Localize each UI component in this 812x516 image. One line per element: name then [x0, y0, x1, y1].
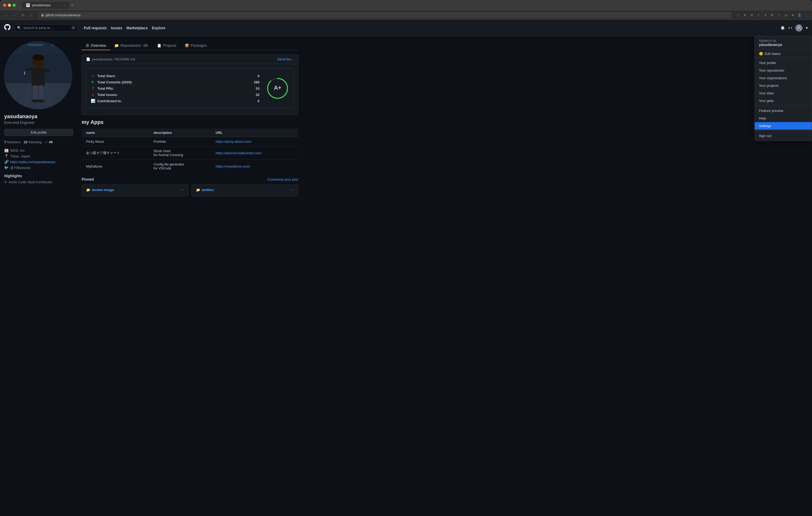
- nav-marketplace[interactable]: Marketplace: [126, 26, 148, 30]
- twitter-icon: 🐦: [4, 165, 9, 170]
- pinned-item-0[interactable]: 📁 docker-image ⋯: [82, 185, 188, 196]
- create-new-icon[interactable]: + ▾: [788, 26, 792, 30]
- dropdown-your-profile[interactable]: Your profile: [755, 59, 812, 67]
- caret-down-icon[interactable]: ▾: [806, 25, 808, 30]
- app-url-1[interactable]: https://atumori-kabuchart.com/: [211, 146, 298, 160]
- profile-content: ☰ Overview 📁 Repositories 18 📋 Projects …: [78, 36, 302, 516]
- dropdown-sign-out[interactable]: Sign out: [755, 132, 812, 140]
- nav-explore[interactable]: Explore: [152, 26, 165, 30]
- more-options-icon[interactable]: ⋮: [804, 12, 809, 18]
- extension-icon-10[interactable]: 👤: [797, 12, 802, 18]
- toolbar-actions: ☆ ▼ ⚙ ƒ A W 7 ◎ ★ 👤 ⋮: [735, 12, 809, 18]
- emoji-icon: 😊: [759, 52, 763, 56]
- dropdown-feature-preview[interactable]: Feature preview: [755, 107, 812, 115]
- dropdown-your-repositories[interactable]: Your repositories: [755, 67, 812, 74]
- extension-icon-5[interactable]: W: [770, 12, 775, 18]
- highlight-text: Arctic Code Vault Contributor: [9, 180, 52, 184]
- close-button[interactable]: [3, 4, 6, 7]
- location-icon: 📍: [4, 154, 9, 158]
- tab-title: yasudanaoya: [32, 3, 51, 7]
- profile-avatar: 🎳: [4, 41, 72, 109]
- forward-button[interactable]: ›: [11, 12, 18, 18]
- edit-status-item[interactable]: 😊 Edit status: [755, 50, 812, 58]
- contributed-row: 📊 Contributed to: 0: [90, 98, 262, 104]
- address-bar[interactable]: 🔒 github.com/yasudanaoya: [39, 12, 731, 18]
- nav-issues[interactable]: Issues: [111, 26, 122, 30]
- pinned-grid: 📁 docker-image ⋯ 📁 dotfiles ⋯: [82, 185, 298, 196]
- minimize-button[interactable]: [8, 4, 11, 7]
- tab-overview[interactable]: ☰ Overview: [82, 41, 110, 50]
- home-button[interactable]: ⌂: [28, 12, 34, 18]
- apps-col-name: name: [82, 129, 150, 137]
- profile-company: 🏢 WED, Inc.: [4, 148, 73, 152]
- refresh-button[interactable]: ↻: [20, 12, 26, 18]
- edit-profile-button[interactable]: Edit profile: [4, 129, 73, 136]
- extension-icon-4[interactable]: A: [763, 12, 768, 18]
- tab-repositories[interactable]: 📁 Repositories 18: [110, 41, 153, 50]
- extension-icon-1[interactable]: ▼: [743, 12, 748, 18]
- new-tab-button[interactable]: +: [69, 2, 75, 8]
- user-avatar-button[interactable]: [795, 24, 803, 32]
- extension-icon-8[interactable]: ◎: [783, 12, 788, 18]
- readme-path: 📄 yasudanaoya / README.md: [86, 57, 135, 61]
- pinned-repo-name-1: dotfiles: [202, 188, 214, 192]
- customize-pins-link[interactable]: Customize your pins: [267, 178, 298, 181]
- stars-count[interactable]: 49: [49, 140, 53, 144]
- total-stars-row: ☆ Total Stars: 0: [90, 73, 262, 79]
- signout-section: Sign out: [755, 131, 812, 141]
- followers-count[interactable]: 7: [4, 140, 6, 144]
- overview-tab-label: Overview: [91, 43, 106, 48]
- maximize-button[interactable]: [12, 4, 16, 7]
- profile-meta: 🏢 WED, Inc. 📍 Tokyo, Japan 🔗 https://qii…: [4, 148, 73, 170]
- total-issues-label: Total Issues:: [97, 93, 118, 97]
- notifications-icon[interactable]: [781, 26, 785, 30]
- contributed-label: Contributed to:: [97, 99, 122, 103]
- extension-icon-7[interactable]: 7: [776, 12, 782, 18]
- extension-icon-9[interactable]: ★: [790, 12, 795, 18]
- profile-section: Your profile Your repositories Your orga…: [755, 58, 812, 106]
- browser-tab[interactable]: yasudanaoya ×: [22, 2, 69, 9]
- book-icon: 📄: [86, 57, 90, 61]
- pinned-item-1[interactable]: 📁 dotfiles ⋯: [192, 185, 298, 196]
- total-prs-row: ⤴ Total PRs: 53: [90, 85, 262, 91]
- tab-packages[interactable]: 📦 Packages: [180, 41, 211, 50]
- total-issues-row: ⚠ Total Issues: 32: [90, 91, 262, 98]
- readme-card: 📄 yasudanaoya / README.md Send fee... ☆ …: [82, 54, 298, 115]
- nav-pull-requests[interactable]: Pull requests: [84, 26, 107, 30]
- tab-favicon: [26, 3, 30, 7]
- app-link-2[interactable]: https://myeditune.com/: [215, 164, 250, 168]
- tab-close-button[interactable]: ×: [63, 4, 65, 7]
- profile-location: 📍 Tokyo, Japan: [4, 154, 73, 158]
- table-row: Picky About Portfolio https://picky-abou…: [82, 137, 298, 146]
- app-link-0[interactable]: https://picky-about.com/: [215, 140, 252, 144]
- app-desc-2: Config file generatorfor VSCode: [149, 160, 211, 173]
- dropdown-help[interactable]: Help: [755, 115, 812, 122]
- following-count[interactable]: 10: [24, 140, 27, 144]
- pinned-title: Pinned: [82, 177, 94, 181]
- profile-stats: 7 followers · 10 following · ☆ 49: [4, 140, 73, 144]
- dropdown-your-projects[interactable]: Your projects: [755, 82, 812, 89]
- app-link-1[interactable]: https://atumori-kabuchart.com/: [215, 151, 262, 155]
- website-link[interactable]: https://qiita.com/yasudanaoya: [10, 160, 55, 164]
- extension-icon-2[interactable]: ⚙: [749, 12, 754, 18]
- highlights-section: Highlights ✳ Arctic Code Vault Contribut…: [4, 174, 73, 184]
- app-url-2[interactable]: https://myeditune.com/: [211, 160, 298, 173]
- extension-icon-3[interactable]: ƒ: [756, 12, 761, 18]
- dropdown-your-gists[interactable]: Your gists: [755, 97, 812, 104]
- profile-tabs: ☰ Overview 📁 Repositories 18 📋 Projects …: [82, 41, 298, 50]
- dropdown-settings[interactable]: Settings: [755, 122, 812, 130]
- bookmark-icon[interactable]: ☆: [735, 12, 741, 18]
- github-logo[interactable]: [4, 24, 10, 32]
- send-feedback-link[interactable]: Send fee...: [277, 57, 294, 61]
- avatar-image: [4, 41, 72, 109]
- followers-label: followers: [7, 140, 21, 144]
- tab-projects[interactable]: 📋 Projects: [153, 41, 180, 50]
- app-url-0[interactable]: https://picky-about.com/: [211, 137, 298, 146]
- search-bar[interactable]: 🔍 Search or jump to... /: [14, 24, 78, 32]
- dropdown-your-stars[interactable]: Your stars: [755, 89, 812, 97]
- feature-section: Feature preview Help Settings: [755, 106, 812, 131]
- back-button[interactable]: ‹: [3, 12, 9, 18]
- star-stat-icon: ☆: [90, 74, 95, 78]
- dropdown-your-organizations[interactable]: Your organizations: [755, 74, 812, 82]
- profile-website[interactable]: 🔗 https://qiita.com/yasudanaoya: [4, 160, 73, 164]
